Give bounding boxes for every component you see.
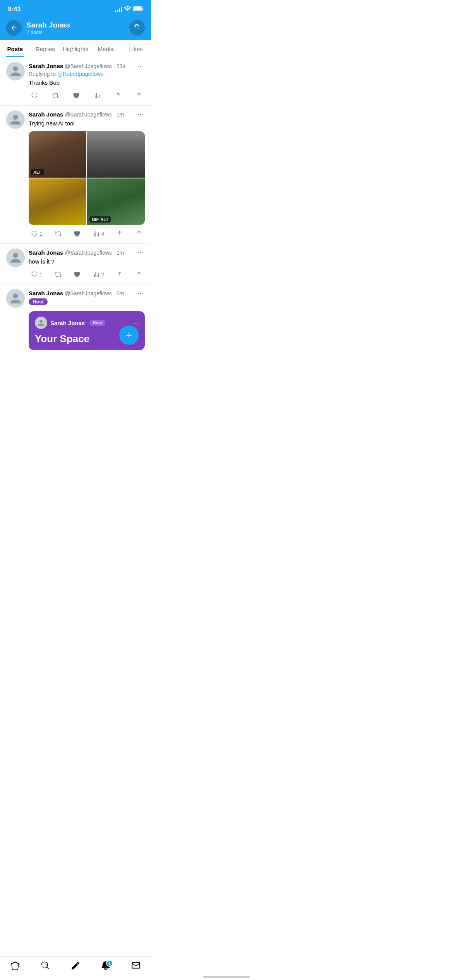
post-item: Sarah Jonas @SarahJpageflows · 1m ··· ho… <box>0 244 151 284</box>
post-author-name: Sarah Jonas <box>29 63 63 69</box>
space-card[interactable]: Sarah Jonas Host ··· Your Space <box>29 311 145 350</box>
views-button[interactable] <box>91 91 103 101</box>
host-badge: Host <box>29 298 48 305</box>
back-button[interactable] <box>6 20 22 36</box>
post-image-grid: ALT GIF ALT <box>29 131 145 225</box>
post-author-handle: @SarahJpageflows <box>65 63 112 69</box>
bookmark-button[interactable] <box>114 269 125 279</box>
reply-count: 1 <box>39 231 42 237</box>
avatar <box>6 62 25 81</box>
post-item: Sarah Jonas @SarahJpageflows · 23s ··· R… <box>0 57 151 106</box>
like-button[interactable] <box>71 269 83 279</box>
like-button[interactable] <box>70 91 82 101</box>
share-button[interactable] <box>133 91 145 101</box>
post-header: Sarah Jonas @SarahJpageflows · 1m ··· <box>29 248 145 257</box>
post-item: Sarah Jonas @SarahJpageflows · 1m ··· Tr… <box>0 106 151 244</box>
post-author-name: Sarah Jonas <box>29 290 63 296</box>
post-actions: 1 2 <box>29 269 145 279</box>
space-menu-button[interactable]: ··· <box>133 319 139 327</box>
reply-button[interactable] <box>29 91 40 101</box>
share-button[interactable] <box>133 229 145 239</box>
post-time: · 6m <box>113 290 124 296</box>
reply-count: 1 <box>39 272 42 278</box>
tab-posts[interactable]: Posts <box>0 40 30 57</box>
profile-header: Sarah Jonas 7 posts <box>0 17 151 40</box>
post-content: Sarah Jonas @SarahJpageflows · 6m ··· Ho… <box>29 289 145 354</box>
bookmark-button[interactable] <box>114 229 125 239</box>
post-image-2[interactable] <box>87 131 145 178</box>
svg-rect-1 <box>142 8 143 10</box>
post-text: Trying new AI tool <box>29 119 145 127</box>
post-time: · 23s <box>113 63 125 69</box>
views-button[interactable]: 4 <box>91 229 106 239</box>
space-add-button[interactable] <box>119 326 139 345</box>
profile-name: Sarah Jonas <box>26 21 125 29</box>
retweet-button[interactable] <box>52 229 64 239</box>
post-menu-button[interactable]: ··· <box>136 248 145 257</box>
avatar <box>6 110 25 129</box>
post-content: Sarah Jonas @SarahJpageflows · 23s ··· R… <box>29 62 145 101</box>
space-host-name: Sarah Jonas <box>50 320 85 326</box>
post-header: Sarah Jonas @SarahJpageflows · 6m ··· <box>29 289 145 297</box>
post-item: Sarah Jonas @SarahJpageflows · 6m ··· Ho… <box>0 284 151 359</box>
post-menu-button[interactable]: ··· <box>136 62 145 70</box>
post-time: · 1m <box>113 250 124 256</box>
retweet-button[interactable] <box>52 269 64 279</box>
svg-rect-2 <box>134 7 142 10</box>
post-content: Sarah Jonas @SarahJpageflows · 1m ··· ho… <box>29 248 145 279</box>
signal-icon <box>115 7 122 12</box>
post-actions <box>29 91 145 101</box>
bookmark-button[interactable] <box>112 91 124 101</box>
space-avatar <box>35 317 47 329</box>
avatar <box>6 289 25 308</box>
wifi-icon <box>124 6 131 12</box>
post-author-name: Sarah Jonas <box>29 111 63 118</box>
post-author-handle: @SarahJpageflows <box>65 250 112 256</box>
profile-post-count: 7 posts <box>26 29 125 35</box>
reply-to-link[interactable]: @Robertpageflows <box>57 71 103 77</box>
post-reply-to: Replying to @Robertpageflows <box>29 71 145 77</box>
post-text: Thanks Bob <box>29 79 145 87</box>
post-header: Sarah Jonas @SarahJpageflows · 23s ··· <box>29 62 145 70</box>
post-menu-button[interactable]: ··· <box>136 110 145 118</box>
views-count: 4 <box>101 231 104 237</box>
retweet-button[interactable] <box>50 91 61 101</box>
status-time: 9:41 <box>8 5 21 13</box>
post-menu-button[interactable]: ··· <box>136 289 145 297</box>
battery-icon <box>133 6 143 12</box>
tab-replies[interactable]: Replies <box>30 40 60 57</box>
post-content: Sarah Jonas @SarahJpageflows · 1m ··· Tr… <box>29 110 145 239</box>
like-button[interactable] <box>71 229 83 239</box>
gif-alt-badge: GIF ALT <box>89 216 111 223</box>
views-count: 2 <box>101 272 104 278</box>
post-author-name: Sarah Jonas <box>29 249 63 256</box>
post-time: · 1m <box>113 111 124 118</box>
reply-button[interactable]: 1 <box>29 229 45 239</box>
tab-highlights[interactable]: Highlights <box>60 40 91 57</box>
status-icons <box>115 6 143 12</box>
search-button[interactable] <box>129 20 145 36</box>
space-host-badge: Host <box>89 320 105 326</box>
post-text: how is it ? <box>29 257 145 266</box>
avatar <box>6 248 25 267</box>
post-author-handle: @SarahJpageflows <box>65 111 112 118</box>
post-image-4[interactable]: GIF ALT <box>87 178 145 225</box>
tab-likes[interactable]: Likes <box>121 40 151 57</box>
share-button[interactable] <box>133 269 145 279</box>
post-header: Sarah Jonas @SarahJpageflows · 1m ··· <box>29 110 145 118</box>
post-actions: 1 4 <box>29 229 145 239</box>
reply-button[interactable]: 1 <box>29 269 45 279</box>
post-author-handle: @SarahJpageflows <box>65 290 112 296</box>
tab-media[interactable]: Media <box>91 40 121 57</box>
profile-tabs: Posts Replies Highlights Media Likes <box>0 40 151 57</box>
alt-badge-1: ALT <box>31 169 44 175</box>
post-image-1[interactable]: ALT <box>29 131 86 178</box>
status-bar: 9:41 <box>0 0 151 17</box>
post-image-3[interactable] <box>29 178 86 225</box>
feed: Sarah Jonas @SarahJpageflows · 23s ··· R… <box>0 57 151 390</box>
views-button[interactable]: 2 <box>91 269 106 279</box>
profile-info: Sarah Jonas 7 posts <box>26 21 125 35</box>
